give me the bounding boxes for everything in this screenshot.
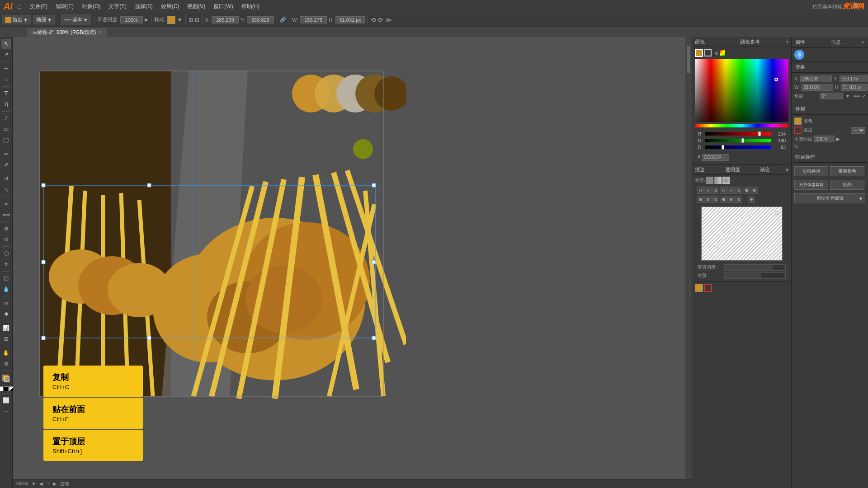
stroke-swatch[interactable] [4, 376, 9, 382]
menu-object[interactable]: 对象(O) [78, 2, 104, 11]
hand-tool[interactable]: ✋ [1, 348, 11, 358]
opacity-app-input[interactable] [814, 136, 835, 142]
zoom-level[interactable]: 600% [16, 481, 28, 486]
shear-prop-icon[interactable]: ⤢ [862, 94, 865, 99]
recolor-path-btn[interactable]: 位移路径 [794, 166, 828, 176]
page-next[interactable]: ▶ [53, 481, 57, 486]
white-swatch[interactable] [0, 386, 3, 391]
select-tool[interactable]: ↖ [1, 39, 11, 49]
line-tool[interactable]: / [1, 113, 11, 123]
paste-front-menu-item[interactable]: 贴在前面 Ctrl+F [43, 398, 143, 429]
app-stroke-swatch[interactable] [704, 284, 712, 292]
stroke-transparency-header[interactable]: 描边 透明度 渐变 ≡ [692, 165, 791, 175]
dist2[interactable]: ⊠ [704, 196, 712, 203]
grid-icon[interactable]: ⊞ [189, 17, 193, 23]
stroke-color-swatch[interactable] [704, 49, 712, 56]
tab-close-btn[interactable]: × [99, 30, 101, 35]
hex-input[interactable] [702, 154, 729, 161]
align-right[interactable]: ⊴ [712, 187, 719, 194]
type-solid[interactable] [706, 177, 713, 184]
fill-stroke-swatches[interactable] [1, 374, 11, 384]
scale-tool[interactable]: ⤡ [1, 185, 11, 195]
stroke-select[interactable]: — [851, 127, 865, 134]
b-thumb[interactable] [722, 145, 724, 150]
vertical-scrollbar[interactable] [685, 37, 692, 479]
align-pixel-btn[interactable]: 对齐像素网格 [794, 180, 828, 190]
bring-to-front-menu-item[interactable]: 置于顶层 Shift+Ctrl+] [43, 430, 143, 461]
zoom-tool[interactable]: ⊕ [1, 359, 11, 369]
rotate-tool[interactable]: ↺ [1, 174, 11, 184]
opacity-preview-control[interactable] [775, 211, 778, 215]
blend-tool[interactable]: ∞ [1, 298, 11, 308]
g-slider[interactable] [705, 139, 771, 142]
more-icon[interactable]: ≫ [385, 16, 392, 23]
transform-header[interactable]: 变换 [792, 62, 868, 73]
chart-tool[interactable]: 📊 [1, 323, 11, 333]
warp-tool[interactable]: ≈ [1, 199, 11, 209]
reflect-icon[interactable]: ⟳ [378, 16, 383, 23]
appearance-header[interactable]: 外观 [792, 104, 868, 115]
live-paint[interactable]: ⊙ [1, 235, 11, 244]
color-panel-header[interactable]: 颜色 颜色参考 ≡ [692, 37, 791, 47]
align-bottom[interactable]: ⊵ [735, 187, 742, 194]
fill-color-swatch[interactable] [695, 49, 703, 57]
transform-icon[interactable]: ⟲ [371, 16, 376, 23]
text-tool[interactable]: T [1, 89, 11, 99]
symbol-tool[interactable]: ✱ [1, 309, 11, 319]
eyedropper-tool[interactable]: 💧 [1, 284, 11, 294]
dist5[interactable]: ⊟ [727, 196, 735, 203]
g-thumb[interactable] [741, 138, 744, 143]
color-panel-menu[interactable]: ≡ [786, 39, 788, 44]
fill-color-box[interactable] [794, 117, 802, 125]
x-input[interactable] [212, 16, 239, 23]
menu-help[interactable]: 帮助(H) [238, 2, 264, 11]
distribute-h[interactable]: ⊞ [743, 187, 750, 194]
global-edit-btn[interactable]: 启动全局编辑 ▼ [794, 193, 865, 203]
b-slider[interactable] [705, 145, 771, 149]
curvature-tool[interactable]: ⌣ [1, 75, 11, 84]
stroke-style[interactable]: — 基本 ▼ [61, 14, 91, 25]
zoom-down-icon[interactable]: ▼ [32, 481, 36, 486]
touch-type-tool[interactable]: T| [1, 99, 11, 109]
more-tools[interactable]: ··· [1, 406, 11, 416]
distribute-v[interactable]: ⊟ [750, 187, 758, 194]
align-top[interactable]: ⊳ [720, 187, 727, 194]
dist6[interactable]: ⊠ [735, 196, 742, 203]
menu-view[interactable]: 视图(V) [184, 2, 209, 11]
stroke-selector[interactable]: 描边 ▼ [2, 15, 31, 24]
gradient-tool[interactable]: ◫ [1, 273, 11, 283]
width-tool[interactable]: ⟺ [1, 210, 11, 220]
hue-slider[interactable] [695, 124, 788, 127]
ellipse-tool[interactable]: ◯ [1, 135, 11, 145]
pen-tool[interactable]: ✒ [1, 64, 11, 74]
align-left[interactable]: ⊲ [697, 187, 704, 194]
dist3[interactable]: ⊡ [712, 196, 719, 203]
align-center[interactable]: ⊳ [704, 187, 712, 194]
center-icon[interactable]: ⊕ [748, 196, 755, 203]
home-icon[interactable]: ⌂ [17, 2, 22, 10]
menu-edit[interactable]: 编辑(E) [52, 2, 77, 11]
tool-selector[interactable]: 椭圆 ▼ [33, 15, 55, 24]
v-scroll-thumb[interactable] [687, 46, 690, 73]
perspective-tool[interactable]: ⬡ [1, 249, 11, 258]
position-slider-track[interactable] [724, 272, 786, 279]
color-mode-none[interactable]: ⊘ [715, 51, 718, 56]
properties-menu[interactable]: ≡ [862, 40, 864, 45]
rect-tool[interactable]: ▭ [1, 124, 11, 134]
angle-dropdown[interactable]: ▼ [845, 94, 850, 99]
type-linear[interactable] [714, 177, 722, 184]
w-input[interactable] [300, 16, 327, 23]
opacity-slider-track[interactable] [724, 264, 786, 271]
opacity-app-arrow[interactable]: ▶ [836, 136, 840, 141]
properties-header[interactable]: 属性 信息 ≡ [792, 37, 868, 48]
properties-circle-icon[interactable]: ⚙ [794, 50, 804, 60]
spectrum-icon[interactable] [720, 50, 725, 56]
app-fill-swatch[interactable] [695, 284, 703, 292]
r-slider[interactable] [705, 132, 771, 136]
align-middle[interactable]: ⊲ [727, 187, 735, 194]
h-prop-input[interactable] [841, 84, 868, 91]
link-icon[interactable]: 🔗 [280, 17, 286, 23]
quick-actions-header[interactable]: 快速操作 [792, 152, 868, 163]
dist1[interactable]: ⊡ [697, 196, 704, 203]
menu-effect[interactable]: 效果(C) [157, 2, 183, 11]
